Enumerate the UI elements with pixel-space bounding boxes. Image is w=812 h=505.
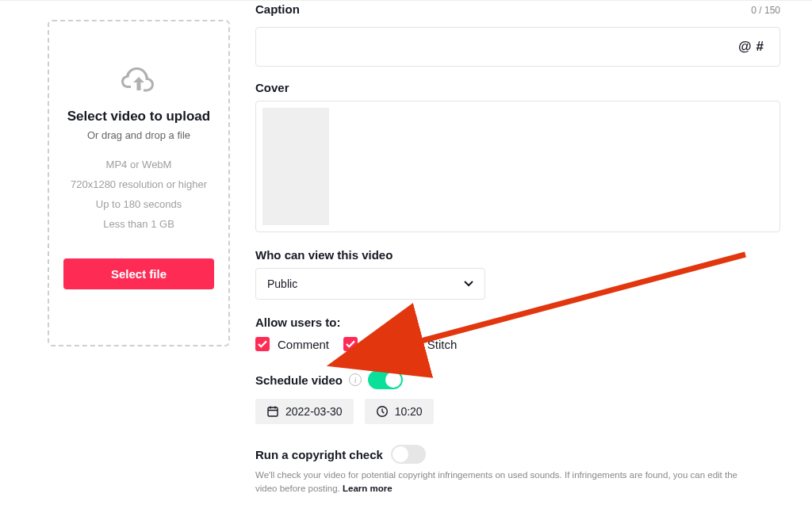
- cover-selector[interactable]: [255, 101, 780, 232]
- upload-subtitle: Or drag and drop a file: [87, 129, 190, 141]
- allow-duet-checkbox[interactable]: Duet: [343, 337, 391, 351]
- upload-dropzone[interactable]: Select video to upload Or drag and drop …: [48, 20, 230, 346]
- upload-title: Select video to upload: [67, 109, 210, 124]
- select-file-button[interactable]: Select file: [63, 258, 214, 289]
- schedule-toggle[interactable]: [368, 370, 403, 389]
- caption-input[interactable]: @#: [255, 27, 780, 67]
- schedule-date-picker[interactable]: 2022-03-30: [255, 399, 354, 424]
- upload-spec: 720x1280 resolution or higher: [71, 178, 207, 190]
- privacy-selected-value: Public: [267, 277, 297, 290]
- allow-option-label: Duet: [366, 338, 391, 351]
- upload-form: Caption 0 / 150 @# Cover Who can view th…: [255, 1, 780, 505]
- schedule-date-value: 2022-03-30: [285, 405, 343, 418]
- privacy-select[interactable]: Public: [255, 268, 485, 300]
- allow-option-label: Stitch: [427, 338, 458, 351]
- copyright-description: We'll check your video for potential cop…: [255, 469, 747, 496]
- schedule-time-picker[interactable]: 10:20: [365, 399, 434, 424]
- calendar-icon: [266, 405, 279, 418]
- learn-more-link[interactable]: Learn more: [343, 484, 393, 493]
- upload-spec: Less than 1 GB: [103, 218, 174, 230]
- upload-spec: Up to 180 seconds: [96, 198, 182, 210]
- upload-cloud-icon: [121, 67, 156, 98]
- clock-icon: [376, 405, 389, 418]
- schedule-label: Schedule video: [255, 373, 343, 387]
- allow-stitch-checkbox[interactable]: Stitch: [405, 337, 458, 351]
- upload-spec: MP4 or WebM: [106, 159, 172, 170]
- caption-label: Caption: [255, 2, 300, 16]
- caption-char-count: 0 / 150: [751, 5, 780, 16]
- schedule-time-value: 10:20: [395, 405, 423, 418]
- info-icon[interactable]: i: [349, 373, 362, 386]
- allow-option-label: Comment: [278, 338, 329, 351]
- checkmark-icon: [255, 337, 270, 351]
- allow-comment-checkbox[interactable]: Comment: [255, 337, 329, 351]
- allow-label: Allow users to:: [255, 316, 780, 329]
- cover-thumbnail[interactable]: [262, 108, 329, 225]
- hashtag-icon[interactable]: #: [756, 39, 768, 54]
- svg-rect-0: [268, 407, 278, 416]
- mention-icon[interactable]: @: [738, 39, 756, 54]
- chevron-down-icon: [464, 281, 473, 287]
- checkmark-icon: [343, 337, 358, 351]
- privacy-label: Who can view this video: [255, 248, 780, 262]
- copyright-toggle[interactable]: [391, 445, 426, 464]
- copyright-label: Run a copyright check: [255, 448, 383, 461]
- cover-label: Cover: [255, 81, 780, 94]
- checkmark-icon: [405, 337, 419, 351]
